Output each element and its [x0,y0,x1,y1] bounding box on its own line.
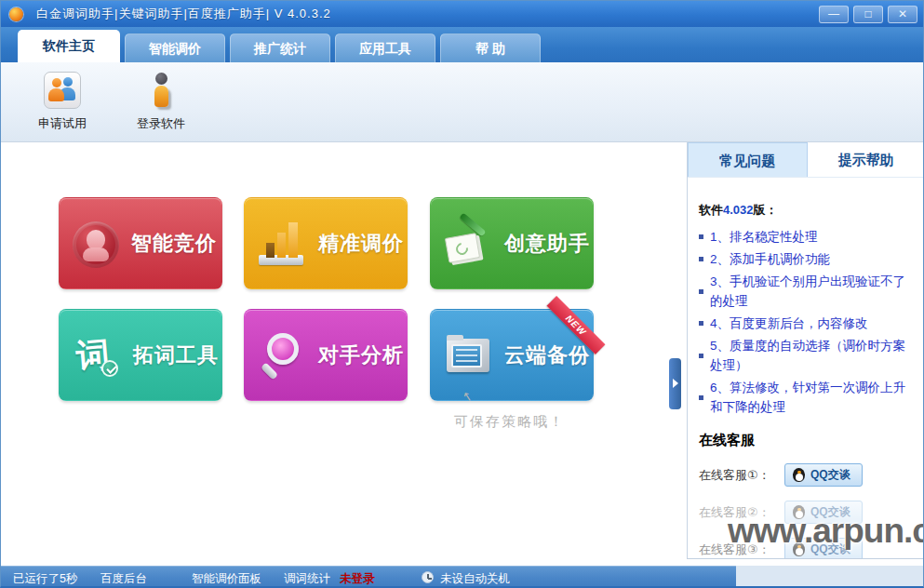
qq-chat-button-1[interactable]: QQ交谈 [784,463,863,487]
person-shape [48,78,65,104]
version-number: 4.032 [723,203,754,217]
faq-item[interactable]: 6、算法修改，针对第一次调价上升和下降的处理 [699,378,914,417]
minimize-button[interactable]: — [819,6,849,23]
faq-item[interactable]: 5、质量度的自动选择（调价时方案处理） [699,336,914,375]
login-status: 未登录 [340,571,375,587]
toolbar: 申请试用 登录软件 [1,62,923,142]
tile-label: 智能竞价 [131,230,217,258]
tile-smart-bidding[interactable]: 智能竞价 [59,197,222,289]
faq-link: 2、添加手机调价功能 [710,249,830,269]
app-logo-icon [9,7,23,21]
tile-label: 精准调价 [318,230,404,258]
service-label: 在线客服①： [699,467,784,484]
login-software-button[interactable]: 登录软件 [126,72,196,132]
tile-creative-assistant[interactable]: 创意助手 [430,197,594,289]
status-bar: 已运行了5秒 百度后台 智能调价面板 调词统计 未登录 未设自动关机 [1,566,736,588]
title-bar: 白金调词助手|关键词助手|百度推广助手| V 4.0.3.2 — □ ✕ [1,1,923,27]
auto-shutdown-status[interactable]: 未设自动关机 [440,571,510,587]
faq-link: 6、算法修改，针对第一次调价上升和下降的处理 [710,378,914,417]
status-bar-right-strip [736,566,923,588]
faq-link: 1、排名稳定性处理 [710,227,818,247]
version-suffix: 版： [754,203,778,217]
version-heading: 软件4.032版： [699,202,914,219]
main-tab-bar: 软件主页 智能调价 推广统计 应用工具 帮 助 [1,27,923,62]
sidebar-body: 软件4.032版： 1、排名稳定性处理 2、添加手机调价功能 3、手机验证个别用… [688,202,924,559]
pen-paper-icon [444,220,492,268]
sidebar-collapse-handle[interactable] [669,358,681,409]
tab-tips-help[interactable]: 提示帮助 [808,142,924,177]
cloud-folder-icon [444,331,492,380]
faq-link: 3、手机验证个别用户出现验证不了的处理 [710,272,914,311]
square-bullet-icon [699,257,703,261]
tab-software-home[interactable]: 软件主页 [18,30,120,62]
app-window: 白金调词助手|关键词助手|百度推广助手| V 4.0.3.2 — □ ✕ 软件主… [0,0,924,588]
main-content: 智能竞价 精准调价 创意助手 [1,142,923,566]
penguin-icon [793,468,805,482]
tile-cloud-backup[interactable]: 云端备份 NEW [430,309,594,401]
tab-app-tools[interactable]: 应用工具 [335,33,435,62]
watermark-text: www.arpun.com [728,512,924,551]
qq-button-label: QQ交谈 [810,467,850,483]
handwritten-note: ↖ 可保存策略哦！ [454,399,565,431]
head-badge-icon [73,221,119,268]
window-title: 白金调词助手|关键词助手|百度推广助手| V 4.0.3.2 [36,6,331,22]
tile-word-expansion[interactable]: 词 拓词工具 [59,309,222,401]
faq-link: 5、质量度的自动选择（调价时方案处理） [710,336,914,375]
status-link-pricing-panel[interactable]: 智能调价面板 [192,571,261,587]
bar-shape [288,222,298,258]
faq-item[interactable]: 1、排名稳定性处理 [699,227,914,247]
square-bullet-icon [699,289,703,294]
tile-precise-pricing[interactable]: 精准调价 [244,197,408,289]
maximize-button[interactable]: □ [853,6,883,23]
close-button[interactable]: ✕ [888,6,917,23]
two-people-icon [44,72,81,109]
square-bullet-icon [699,234,703,239]
faq-list: 1、排名稳定性处理 2、添加手机调价功能 3、手机验证个别用户出现验证不了的处理… [699,227,914,417]
tab-help[interactable]: 帮 助 [440,33,541,62]
bar-shape [266,243,275,258]
tab-smart-bidding[interactable]: 智能调价 [125,33,225,62]
magnifier-icon [258,331,306,380]
bar-chart-icon [258,220,306,268]
square-bullet-icon [699,354,703,358]
tile-label: 拓词工具 [133,341,219,369]
checkmark-icon [101,360,118,377]
faq-item[interactable]: 4、百度更新后台，内容修改 [699,314,914,333]
toolbar-item-label: 登录软件 [137,115,185,132]
square-bullet-icon [699,395,703,400]
clock-icon [422,571,434,583]
tiles-panel: 智能竞价 精准调价 创意助手 [1,142,687,566]
online-service-heading: 在线客服 [699,432,914,449]
toolbar-item-label: 申请试用 [38,115,87,132]
service-row-1: 在线客服①： QQ交谈 [699,463,914,487]
lens-shape [267,333,299,365]
bar-shape [277,233,286,258]
faq-item[interactable]: 3、手机验证个别用户出现验证不了的处理 [699,272,914,311]
help-sidebar: 常见问题 提示帮助 软件4.032版： 1、排名稳定性处理 2、添加手机调价功能… [687,142,924,559]
tab-promo-stats[interactable]: 推广统计 [230,33,330,62]
tab-common-questions[interactable]: 常见问题 [688,142,808,177]
tile-label: 对手分析 [318,341,404,369]
faq-link: 4、百度更新后台，内容修改 [710,314,868,333]
version-prefix: 软件 [699,203,723,217]
tile-label: 创意助手 [504,230,590,258]
status-link-baidu-backend[interactable]: 百度后台 [100,571,147,587]
login-person-icon [142,72,180,109]
faq-item[interactable]: 2、添加手机调价功能 [699,249,914,269]
screen-shape [451,344,482,368]
apply-trial-button[interactable]: 申请试用 [27,72,98,132]
handle-shape [261,362,278,380]
tile-competitor-analysis[interactable]: 对手分析 [244,309,408,401]
status-link-word-stats[interactable]: 调词统计 [284,571,330,587]
word-check-icon: 词 [73,331,121,380]
sidebar-tab-bar: 常见问题 提示帮助 [688,142,924,178]
square-bullet-icon [699,321,703,326]
tile-label: 云端备份 [504,341,590,369]
window-controls: — □ ✕ [819,6,917,23]
runtime-status: 已运行了5秒 [13,571,77,587]
